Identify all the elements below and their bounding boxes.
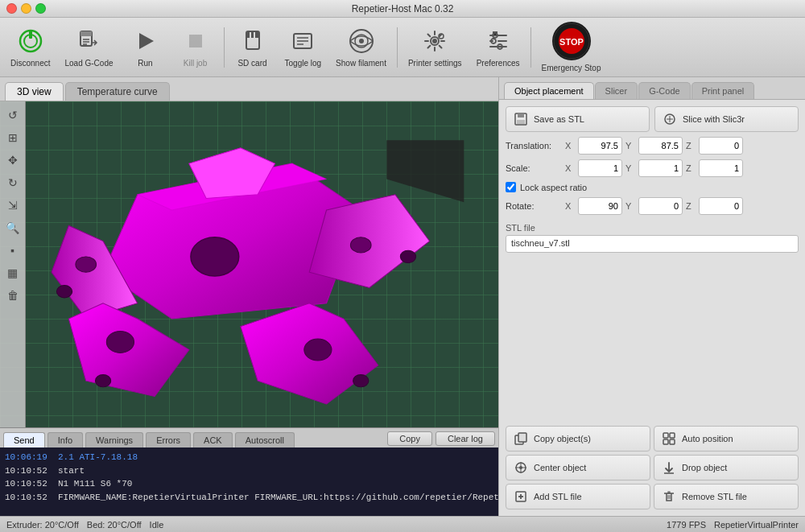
title-bar: Repetier-Host Mac 0.32 xyxy=(0,0,805,18)
log-tab-ack[interactable]: ACK xyxy=(193,432,233,447)
rotate-row: Rotate: X Y Z xyxy=(506,197,799,215)
close-button[interactable] xyxy=(6,3,17,14)
center-object-button[interactable]: Center object xyxy=(506,455,650,480)
lock-aspect-checkbox[interactable] xyxy=(506,182,516,192)
viewport-3d[interactable]: ↺ ⊞ ✥ ↻ ⇲ 🔍 ▪ ▦ 🗑 xyxy=(0,101,498,427)
copy-objects-label: Copy object(s) xyxy=(534,434,591,443)
log-tab-warnings[interactable]: Warnings xyxy=(85,432,143,447)
top-action-row: Save as STL Slice with Slic3r xyxy=(506,106,799,132)
translation-label: Translation: xyxy=(506,141,562,151)
emergency-stop-button[interactable]: STOP Emergency Stop xyxy=(535,18,608,76)
printer-settings-button[interactable]: Printer settings xyxy=(402,23,469,72)
svg-point-22 xyxy=(432,39,437,43)
tab-object-placement[interactable]: Object placement xyxy=(504,82,594,99)
svg-rect-54 xyxy=(670,433,675,438)
emergency-stop-label: Emergency Stop xyxy=(542,64,601,72)
disconnect-button[interactable]: Disconnect xyxy=(4,23,56,72)
translation-y-label: Y xyxy=(625,141,635,151)
kill-job-button[interactable]: Kill job xyxy=(171,23,220,72)
log-line: 10:10:52 N1 M111 S6 *70 xyxy=(5,477,493,491)
main-content: 3D view Temperature curve ↺ ⊞ ✥ ↻ ⇲ 🔍 ▪ … xyxy=(0,77,805,516)
sd-card-icon xyxy=(238,27,267,56)
translation-row: Translation: X Y Z xyxy=(506,137,799,155)
log-tab-send[interactable]: Send xyxy=(3,432,45,447)
scale-z-label: Z xyxy=(686,163,696,173)
sd-card-button[interactable]: SD card xyxy=(229,23,277,72)
slice-button[interactable]: Slice with Slic3r xyxy=(654,106,799,132)
svg-point-40 xyxy=(76,257,97,272)
add-stl-button[interactable]: Add STL file xyxy=(506,484,650,509)
scale-y-input[interactable] xyxy=(638,159,683,177)
svg-rect-11 xyxy=(246,31,250,38)
tab-temperature-curve[interactable]: Temperature curve xyxy=(65,82,170,101)
tab-3d-view[interactable]: 3D view xyxy=(5,82,64,101)
rotate-x-input[interactable] xyxy=(578,197,622,215)
svg-rect-2 xyxy=(29,31,32,39)
rotate-z-label: Z xyxy=(686,201,696,211)
preferences-button[interactable]: Preferences xyxy=(470,23,526,72)
log-tab-autoscroll[interactable]: Autoscroll xyxy=(235,432,295,447)
add-stl-label: Add STL file xyxy=(534,492,582,501)
scale-z-input[interactable] xyxy=(699,159,743,177)
log-tab-info[interactable]: Info xyxy=(47,432,83,447)
svg-rect-49 xyxy=(517,120,525,124)
add-stl-icon xyxy=(513,489,529,505)
remove-stl-button[interactable]: Remove STL file xyxy=(654,484,799,509)
translation-x-input[interactable] xyxy=(578,137,622,155)
toggle-log-button[interactable]: Toggle log xyxy=(279,23,328,72)
log-actions: Copy Clear log xyxy=(387,431,495,447)
log-line: 10:10:52 FIRMWARE_NAME:RepetierVirtualPr… xyxy=(5,491,493,505)
left-panel: 3D view Temperature curve ↺ ⊞ ✥ ↻ ⇲ 🔍 ▪ … xyxy=(0,77,499,516)
right-panel-content: Save as STL Slice with Slic3r Translatio… xyxy=(499,100,805,516)
rotate-z-input[interactable] xyxy=(699,197,743,215)
svg-marker-8 xyxy=(139,33,154,49)
clear-log-button[interactable]: Clear log xyxy=(436,431,495,446)
run-button[interactable]: Run xyxy=(122,23,170,72)
svg-point-41 xyxy=(350,237,371,253)
log-messages: 10:06:19 2.1 ATI-7.18.1810:10:52 start10… xyxy=(0,447,498,516)
status-bar: Extruder: 20°C/Off Bed: 20°C/Off Idle 17… xyxy=(0,516,805,532)
load-gcode-button[interactable]: Load G-Code xyxy=(58,23,119,72)
scale-row: Scale: X Y Z xyxy=(506,159,799,177)
auto-position-button[interactable]: Auto position xyxy=(654,426,799,452)
drop-object-label: Drop object xyxy=(682,463,727,472)
load-gcode-icon xyxy=(74,27,103,56)
save-icon xyxy=(513,111,529,127)
svg-rect-55 xyxy=(663,439,668,444)
tab-slicer[interactable]: Slicer xyxy=(595,82,638,99)
tab-gcode[interactable]: G-Code xyxy=(638,82,691,99)
copy-objects-button[interactable]: Copy object(s) xyxy=(506,426,650,452)
drop-object-button[interactable]: Drop object xyxy=(654,455,799,480)
tab-print-panel[interactable]: Print panel xyxy=(691,82,755,99)
rotate-y-input[interactable] xyxy=(638,197,683,215)
spacer xyxy=(506,258,799,421)
lock-aspect-label: Lock aspect ratio xyxy=(520,183,587,192)
view-tabs: 3D view Temperature curve xyxy=(0,77,498,101)
fps-counter: 1779 FPS xyxy=(667,520,706,530)
scale-x-input[interactable] xyxy=(578,159,622,177)
toggle-log-icon xyxy=(288,27,317,56)
slice-icon xyxy=(662,111,678,127)
translation-z-input[interactable] xyxy=(699,137,743,155)
svg-rect-53 xyxy=(663,433,668,438)
maximize-button[interactable] xyxy=(35,3,46,14)
stl-filename: tischneu_v7.stl xyxy=(506,235,799,253)
copy-log-button[interactable]: Copy xyxy=(387,431,432,446)
kill-job-label: Kill job xyxy=(184,59,207,68)
svg-marker-46 xyxy=(386,140,464,202)
log-tab-errors[interactable]: Errors xyxy=(146,432,191,447)
remove-stl-icon xyxy=(661,489,677,505)
svg-point-44 xyxy=(95,374,110,386)
svg-rect-56 xyxy=(670,439,675,444)
minimize-button[interactable] xyxy=(21,3,31,14)
translation-y-input[interactable] xyxy=(638,137,683,155)
log-area: Send Info Warnings Errors ACK Autoscroll… xyxy=(0,427,498,516)
printer-settings-icon xyxy=(420,27,449,56)
svg-rect-4 xyxy=(80,31,92,36)
save-stl-button[interactable]: Save as STL xyxy=(506,106,650,132)
show-filament-button[interactable]: Show filament xyxy=(329,23,393,72)
window-controls[interactable] xyxy=(6,3,46,14)
right-tabs-bar: Object placement Slicer G-Code Print pan… xyxy=(499,77,805,100)
scale-y-label: Y xyxy=(625,163,635,173)
translation-z-label: Z xyxy=(686,141,696,151)
